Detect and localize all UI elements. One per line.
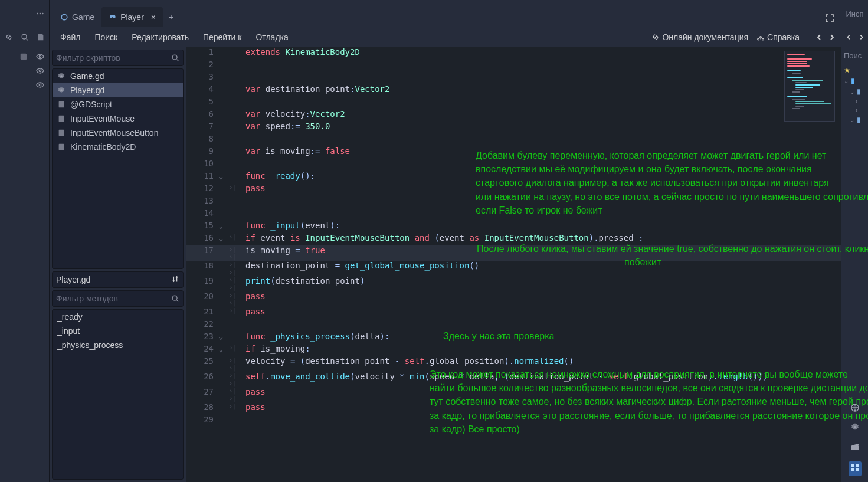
svg-point-13 [758,38,759,40]
doc-icon [57,129,67,137]
method-ready[interactable]: _ready [53,310,183,324]
svg-point-0 [37,13,38,15]
folder-icon: ▮ [851,77,855,85]
visibility-icon[interactable] [35,80,45,90]
nav-back-icon[interactable] [814,32,824,42]
script-item-inputmousebutton[interactable]: InputEventMouseButton [53,126,183,140]
svg-rect-19 [59,116,64,122]
scripts-panel: Game.gd Player.gd @GDScript InputEventMo… [50,47,186,482]
tab-game-label: Game [72,12,94,22]
nav-back-icon[interactable] [843,32,854,42]
menu-edit[interactable]: Редактировать [125,27,196,47]
svg-point-6 [39,70,41,72]
new-tab-button[interactable]: + [163,7,179,27]
help-link[interactable]: Справка [756,32,800,42]
tab-player-label: Player [120,12,144,22]
script-item-inputmouse[interactable]: InputEventMouse [53,112,183,126]
folder-icon: ▮ [857,116,861,124]
sort-icon[interactable] [171,275,179,285]
folder-item[interactable]: ⌄▮ [850,87,866,96]
file-tabs: Game Player × + [50,0,841,27]
nav-fwd-icon[interactable] [856,32,867,42]
menu-goto[interactable]: Перейти к [196,27,249,47]
nav-fwd-icon[interactable] [827,32,837,42]
svg-point-7 [39,84,41,86]
search-icon[interactable] [19,32,30,42]
minimap[interactable] [784,51,835,122]
inspector-strip: Инсп Поис ★ ⌄▮ ⌄▮ › › ⌄▮ [841,0,868,482]
method-physics[interactable]: _physics_process [53,338,183,352]
svg-rect-18 [59,101,64,108]
gear-icon[interactable] [850,422,860,434]
folder-icon: ▮ [857,87,861,96]
folder-item[interactable]: ⌄▮ [850,116,866,124]
script-item-kinematic[interactable]: KinematicBody2D [53,140,183,154]
svg-rect-4 [21,54,27,60]
code-editor[interactable]: 1extends KinematicBody2D 2 3 4var destin… [186,47,841,482]
script-item-player[interactable]: Player.gd [53,83,183,97]
script-filter-input[interactable] [56,53,171,63]
script-item-gdscript[interactable]: @GDScript [53,97,183,112]
file-item[interactable]: › [856,107,866,113]
visibility-icon[interactable] [35,65,45,76]
svg-rect-26 [851,464,854,467]
script-menu-bar: Файл Поиск Редактировать Перейти к Отлад… [50,27,841,47]
doc-icon [57,143,67,151]
gear-icon [57,72,67,80]
svg-point-14 [762,38,764,40]
svg-point-15 [172,55,177,60]
method-input[interactable]: _input [53,324,183,338]
tab-game[interactable]: Game [53,7,101,27]
svg-point-5 [39,55,41,58]
svg-point-2 [42,13,44,15]
menu-file[interactable]: Файл [53,27,87,47]
svg-rect-20 [59,130,64,136]
online-docs-link[interactable]: Онлайн документация [651,32,748,42]
script-list: Game.gd Player.gd @GDScript InputEventMo… [52,68,184,269]
clapper-icon[interactable] [850,442,860,453]
svg-point-8 [61,14,67,20]
grid-icon[interactable] [849,461,862,476]
svg-point-3 [22,34,27,39]
menu-debug[interactable]: Отладка [248,27,295,47]
method-filter[interactable] [52,290,184,307]
link-icon[interactable] [4,32,14,42]
right-toolbar [841,397,868,482]
file-item[interactable]: › [856,98,866,104]
gear-icon [57,86,67,94]
svg-point-1 [40,13,41,15]
method-list: _ready _input _physics_process [52,309,184,480]
svg-point-12 [760,36,762,38]
doc-icon [57,114,67,123]
svg-rect-28 [851,468,854,471]
menu-search[interactable]: Поиск [87,27,125,47]
svg-rect-29 [856,468,859,471]
star-icon: ★ [844,66,850,74]
doc-icon [57,100,67,109]
inspector-search[interactable]: Поис [841,47,868,64]
menu-dots-icon[interactable] [35,8,45,19]
globe-icon[interactable] [850,403,860,414]
visibility-icon[interactable] [35,51,45,62]
fullscreen-icon[interactable] [824,13,835,24]
current-script-box[interactable]: Player.gd [52,271,184,288]
inspector-title: Инсп [841,0,868,27]
script-icon[interactable] [35,32,45,42]
close-icon[interactable]: × [151,12,156,22]
tab-player[interactable]: Player × [101,7,163,27]
svg-rect-21 [59,144,64,150]
svg-rect-27 [856,464,859,467]
folder-item[interactable]: ⌄▮ [844,77,866,85]
fav-item[interactable]: ★ [844,66,866,74]
svg-rect-25 [851,445,859,450]
script-filter[interactable] [52,50,184,66]
svg-point-22 [172,296,177,300]
svg-rect-11 [110,15,116,18]
script-row-icon[interactable] [18,51,29,62]
method-filter-input[interactable] [56,294,171,303]
script-item-game[interactable]: Game.gd [53,69,183,83]
scene-dock-strip [0,0,50,482]
